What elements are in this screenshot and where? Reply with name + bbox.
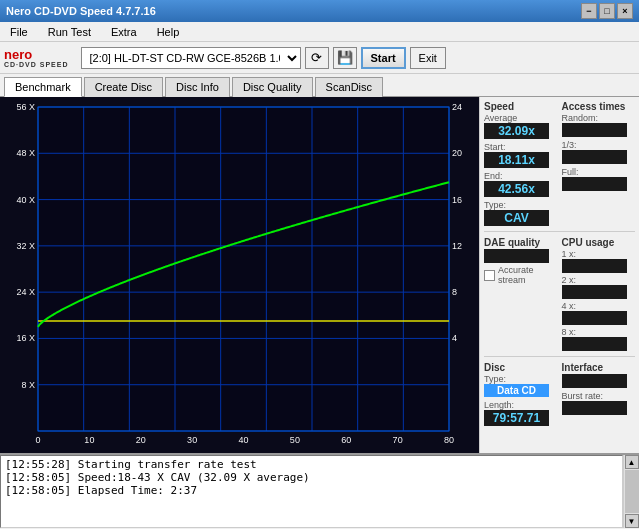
random-label: Random: (562, 113, 636, 123)
disc-title: Disc (484, 362, 558, 373)
cpu-8x-value (562, 337, 627, 351)
accurate-label: Accurate (498, 265, 534, 275)
menu-file[interactable]: File (4, 24, 34, 40)
tab-disc-info[interactable]: Disc Info (165, 77, 230, 97)
interface-section: Interface Burst rate: (562, 362, 636, 426)
refresh-button[interactable]: ⟳ (305, 47, 329, 69)
minimize-button[interactable]: − (581, 3, 597, 19)
cpu-4x-label: 4 x: (562, 301, 636, 311)
log-entry-1: [12:58:05] Speed:18-43 X CAV (32.09 X av… (5, 471, 618, 484)
disc-interface-row: Disc Type: Data CD Length: 79:57.71 Inte… (484, 362, 635, 426)
title-bar: Nero CD-DVD Speed 4.7.7.16 − □ × (0, 0, 639, 22)
speed-section: Speed Average 32.09x Start: 18.11x End: … (484, 101, 558, 226)
speed-access-row: Speed Average 32.09x Start: 18.11x End: … (484, 101, 635, 226)
cpu-section: CPU usage 1 x: 2 x: 4 x: 8 x: (562, 237, 636, 351)
menu-bar: File Run Test Extra Help (0, 22, 639, 42)
average-value: 32.09x (484, 123, 549, 139)
interface-value (562, 374, 627, 388)
type-label: Type: (484, 200, 558, 210)
dae-section: DAE quality Accurate stream (484, 237, 558, 351)
window-controls: − □ × (581, 3, 633, 19)
log-entry-2: [12:58:05] Elapsed Time: 2:37 (5, 484, 618, 497)
disc-length-value: 79:57.71 (484, 410, 549, 426)
access-section: Access times Random: 1/3: Full: (562, 101, 636, 226)
log-entry-0: [12:55:28] Starting transfer rate test (5, 458, 618, 471)
disc-section: Disc Type: Data CD Length: 79:57.71 (484, 362, 558, 426)
menu-extra[interactable]: Extra (105, 24, 143, 40)
tab-disc-quality[interactable]: Disc Quality (232, 77, 313, 97)
disc-type-label: Type: (484, 374, 558, 384)
log-scrollbar[interactable]: ▲ ▼ (623, 455, 639, 528)
benchmark-chart (0, 97, 479, 453)
burst-label: Burst rate: (562, 391, 636, 401)
divider-1 (484, 231, 635, 232)
cpu-title: CPU usage (562, 237, 636, 248)
stream-label: stream (498, 275, 534, 285)
exit-button[interactable]: Exit (410, 47, 446, 69)
burst-value (562, 401, 627, 415)
disc-length-label: Length: (484, 400, 558, 410)
disc-type-value: Data CD (484, 384, 549, 397)
average-label: Average (484, 113, 558, 123)
start-value: 18.11x (484, 152, 549, 168)
divider-2 (484, 356, 635, 357)
accurate-row: Accurate stream (484, 265, 558, 285)
tab-bar: Benchmark Create Disc Disc Info Disc Qua… (0, 74, 639, 97)
cpu-4x-value (562, 311, 627, 325)
maximize-button[interactable]: □ (599, 3, 615, 19)
scroll-thumb[interactable] (625, 470, 639, 513)
full-label: Full: (562, 167, 636, 177)
toolbar: nero CD·DVD SPEED [2:0] HL-DT-ST CD-RW G… (0, 42, 639, 74)
chart-area (0, 97, 479, 453)
cpu-1x-label: 1 x: (562, 249, 636, 259)
log-area: [12:55:28] Starting transfer rate test [… (0, 453, 639, 528)
drive-selector[interactable]: [2:0] HL-DT-ST CD-RW GCE-8526B 1.03 (81, 47, 301, 69)
type-value: CAV (484, 210, 549, 226)
nero-logo: nero CD·DVD SPEED (4, 48, 69, 68)
speed-title: Speed (484, 101, 558, 112)
tab-scan-disc[interactable]: ScanDisc (315, 77, 383, 97)
interface-title: Interface (562, 362, 636, 373)
start-label: Start: (484, 142, 558, 152)
access-title: Access times (562, 101, 636, 112)
accurate-checkbox[interactable] (484, 270, 495, 281)
dae-title: DAE quality (484, 237, 558, 248)
right-panel: Speed Average 32.09x Start: 18.11x End: … (479, 97, 639, 453)
save-button[interactable]: 💾 (333, 47, 357, 69)
nero-brand: nero (4, 48, 32, 61)
full-value (562, 177, 627, 191)
one-third-label: 1/3: (562, 140, 636, 150)
end-label: End: (484, 171, 558, 181)
random-value (562, 123, 627, 137)
app-title: Nero CD-DVD Speed 4.7.7.16 (6, 5, 156, 17)
tab-benchmark[interactable]: Benchmark (4, 77, 82, 97)
cpu-2x-value (562, 285, 627, 299)
cpu-2x-label: 2 x: (562, 275, 636, 285)
cpu-1x-value (562, 259, 627, 273)
end-value: 42.56x (484, 181, 549, 197)
menu-run-test[interactable]: Run Test (42, 24, 97, 40)
menu-help[interactable]: Help (151, 24, 186, 40)
scroll-up[interactable]: ▲ (625, 455, 639, 469)
start-button[interactable]: Start (361, 47, 406, 69)
cd-dvd-speed-brand: CD·DVD SPEED (4, 61, 69, 68)
dae-cpu-row: DAE quality Accurate stream CPU usage 1 … (484, 237, 635, 351)
dae-value (484, 249, 549, 263)
close-button[interactable]: × (617, 3, 633, 19)
log-content[interactable]: [12:55:28] Starting transfer rate test [… (0, 455, 623, 528)
scroll-down[interactable]: ▼ (625, 514, 639, 528)
main-content: Speed Average 32.09x Start: 18.11x End: … (0, 97, 639, 453)
one-third-value (562, 150, 627, 164)
tab-create-disc[interactable]: Create Disc (84, 77, 163, 97)
cpu-8x-label: 8 x: (562, 327, 636, 337)
